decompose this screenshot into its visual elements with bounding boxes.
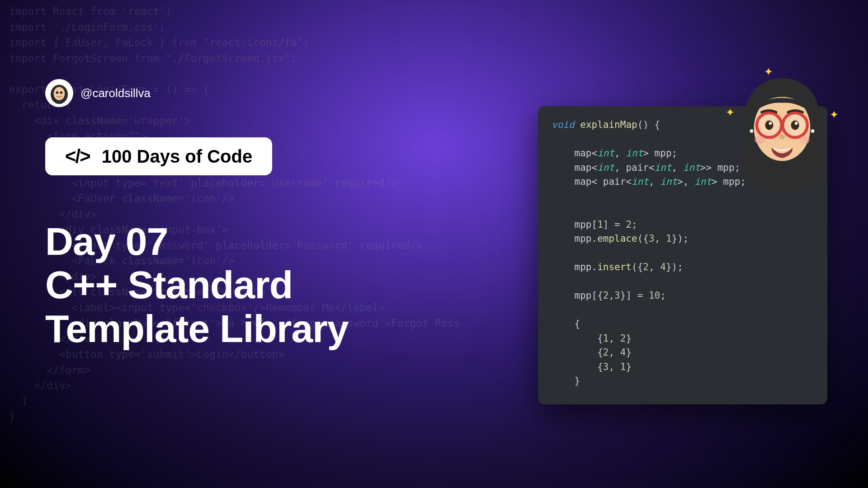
headline-line-2: C++ Standard [45, 263, 349, 306]
svg-point-10 [765, 121, 773, 130]
sparkle-icon: ✦ [764, 66, 773, 78]
svg-point-16 [799, 136, 810, 144]
challenge-tag: </> 100 Days of Code [45, 137, 272, 175]
code-icon: </> [65, 145, 90, 167]
svg-point-14 [779, 135, 785, 139]
svg-point-12 [769, 122, 772, 125]
svg-point-11 [791, 121, 799, 130]
sparkle-icon: ✦ [830, 108, 839, 121]
headline: Day 07 C++ Standard Template Library [45, 220, 349, 350]
memoji-large-icon [723, 66, 841, 197]
user-badge: @caroldsillva [45, 79, 151, 107]
svg-point-13 [795, 122, 798, 125]
headline-line-1: Day 07 [45, 220, 349, 263]
headline-line-3: Template Library [45, 307, 349, 350]
memoji-icon [47, 80, 72, 106]
user-handle: @caroldsillva [80, 86, 151, 100]
sparkle-icon: ✦ [726, 106, 735, 119]
svg-point-3 [60, 91, 63, 94]
tag-label: 100 Days of Code [102, 146, 252, 167]
svg-point-17 [750, 129, 754, 133]
svg-point-1 [54, 87, 65, 100]
avatar-large: ✦ ✦ ✦ [723, 66, 841, 197]
svg-point-2 [56, 91, 59, 94]
svg-point-18 [811, 129, 815, 133]
svg-point-15 [755, 136, 765, 144]
avatar-small [45, 79, 73, 107]
